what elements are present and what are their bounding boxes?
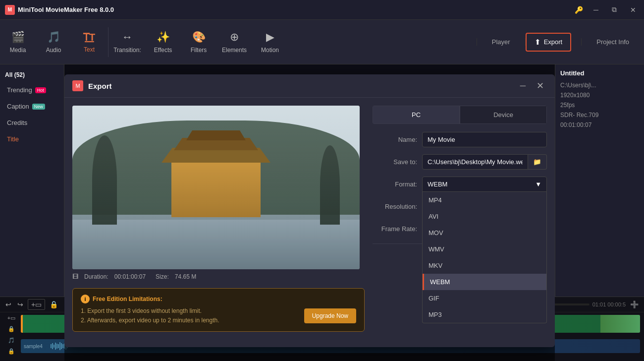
- project-path: C:\Users\bj\...: [560, 82, 639, 89]
- effects-icon: ✨: [157, 31, 170, 44]
- tab-pc[interactable]: PC: [373, 106, 460, 124]
- format-dropdown: WEBM ▼ MP4 AVI MOV WMV MKV WEBM: [422, 177, 547, 192]
- project-info-label[interactable]: Project Info: [581, 38, 644, 46]
- toolbar-separator: [108, 27, 108, 57]
- modal-icon: M: [72, 80, 83, 91]
- warning-text: 1. Export the first 3 videos without len…: [81, 306, 219, 325]
- frame-rate-label: Frame Rate:: [373, 225, 417, 233]
- format-option-mkv[interactable]: MKV: [423, 257, 546, 274]
- zoom-out-button[interactable]: ➕: [629, 299, 640, 310]
- key-icon[interactable]: 🔑: [575, 6, 583, 14]
- toolbar-item-elements[interactable]: ⊕ Elements: [216, 20, 252, 64]
- name-input[interactable]: [422, 132, 547, 147]
- sidebar-item-caption[interactable]: Caption New: [0, 99, 64, 114]
- modal-body: 🎞 Duration: 00:01:00:07 Size: 74.65 M i …: [64, 98, 555, 340]
- format-dropdown-list: MP4 AVI MOV WMV MKV WEBM GIF MP3: [422, 192, 547, 323]
- caption-label: Caption: [7, 103, 29, 110]
- save-to-row: Save to: 📁: [373, 154, 547, 170]
- format-option-avi[interactable]: AVI: [423, 208, 546, 225]
- save-to-field-group: 📁: [422, 154, 547, 170]
- export-modal: M Export ─ ✕: [64, 74, 555, 347]
- format-option-mov[interactable]: MOV: [423, 225, 546, 241]
- add-video-button[interactable]: +▭: [6, 313, 17, 323]
- timecode-right: 01:01 00:00:5: [592, 301, 626, 307]
- video-clip-end: [600, 315, 640, 333]
- playhead: [21, 315, 23, 333]
- audio-controls-left: 🎵 🔒: [4, 336, 19, 356]
- project-title-value: Untitled: [560, 69, 639, 77]
- topbar-icons: 🔑 ─ ⧉ ✕: [575, 5, 639, 14]
- undo-button[interactable]: ↩: [4, 299, 13, 310]
- redo-button[interactable]: ↪: [16, 299, 25, 310]
- free-edition-warning: i Free Edition Limitations: 1. Export th…: [72, 288, 365, 332]
- format-option-mp3[interactable]: MP3: [423, 306, 546, 323]
- modal-title: Export: [88, 82, 512, 90]
- minimize-button[interactable]: ─: [590, 6, 601, 14]
- save-to-label: Save to:: [373, 158, 417, 166]
- app-title: MiniTool MovieMaker Free 8.0.0: [18, 6, 114, 13]
- size-label: Size:: [156, 273, 169, 280]
- app-logo: M MiniTool MovieMaker Free 8.0.0: [5, 5, 114, 15]
- trending-badge: Hot: [35, 87, 46, 93]
- modal-close-button[interactable]: ✕: [534, 80, 547, 91]
- tab-bar: PC Device: [373, 106, 547, 124]
- format-dropdown-selected[interactable]: WEBM ▼: [422, 177, 547, 192]
- toolbar-item-text[interactable]: T͟T Text: [71, 20, 107, 64]
- warning-content: 1. Export the first 3 videos without len…: [81, 306, 356, 325]
- filters-icon: 🎨: [192, 31, 206, 44]
- add-audio-button[interactable]: 🎵: [6, 336, 16, 345]
- toolbar-item-audio[interactable]: 🎵 Audio: [36, 20, 71, 64]
- format-option-webm[interactable]: WEBM: [423, 274, 546, 290]
- sidebar-item-title[interactable]: Title: [0, 131, 64, 147]
- upgrade-now-button[interactable]: Upgrade Now: [304, 308, 356, 323]
- toolbar-item-media[interactable]: 🎬 Media: [0, 20, 36, 64]
- add-track-button[interactable]: +▭: [28, 299, 45, 310]
- warning-title: i Free Edition Limitations:: [81, 295, 356, 303]
- format-label: Format:: [373, 180, 417, 188]
- title-label: Title: [7, 135, 19, 143]
- toolbar: 🎬 Media 🎵 Audio T͟T Text ↔ Transition: ✨…: [0, 20, 644, 64]
- tab-device[interactable]: Device: [460, 106, 547, 124]
- modal-minimize-button[interactable]: ─: [517, 81, 529, 90]
- duration-value: 00:01:00:07: [114, 273, 146, 280]
- temple-scene: [72, 106, 360, 269]
- size-value: 74.65 M: [175, 273, 196, 280]
- credits-label: Credits: [7, 119, 27, 126]
- name-row: Name:: [373, 132, 547, 147]
- chevron-down-icon: ▼: [535, 180, 541, 188]
- warning-icon: i: [81, 295, 90, 303]
- lock-video-button[interactable]: 🔒: [6, 324, 16, 334]
- project-fps: 25fps: [560, 102, 639, 109]
- motion-icon: ▶: [266, 31, 274, 44]
- lock-audio-button[interactable]: 🔒: [6, 347, 16, 356]
- toolbar-item-motion[interactable]: ▶ Motion: [252, 20, 288, 64]
- audio-icon: 🎵: [47, 31, 60, 44]
- browse-button[interactable]: 📁: [528, 154, 547, 170]
- resolution-label: Resolution:: [373, 203, 417, 210]
- sidebar-item-credits[interactable]: Credits: [0, 115, 64, 130]
- modal-header: M Export ─ ✕: [64, 74, 555, 98]
- format-option-wmv[interactable]: WMV: [423, 241, 546, 257]
- snow-overlay: [72, 106, 360, 269]
- sidebar-item-trending[interactable]: Trending Hot: [0, 82, 64, 98]
- export-button[interactable]: ⬆ Export: [526, 33, 572, 52]
- export-icon: ⬆: [535, 38, 541, 47]
- app-icon: M: [5, 5, 15, 15]
- trending-label: Trending: [7, 86, 32, 94]
- format-option-mp4[interactable]: MP4: [423, 192, 546, 208]
- lock-button[interactable]: 🔒: [48, 299, 59, 310]
- toolbar-item-filters[interactable]: 🎨 Filters: [181, 20, 216, 64]
- project-resolution: 1920x1080: [560, 92, 639, 99]
- format-option-gif[interactable]: GIF: [423, 290, 546, 306]
- topbar: M MiniTool MovieMaker Free 8.0.0 🔑 ─ ⧉ ✕: [0, 0, 644, 20]
- video-preview: [72, 106, 360, 269]
- close-button[interactable]: ✕: [627, 6, 639, 14]
- restore-button[interactable]: ⧉: [609, 5, 620, 14]
- save-to-input[interactable]: [422, 154, 528, 170]
- modal-video-section: 🎞 Duration: 00:01:00:07 Size: 74.65 M i …: [72, 106, 365, 332]
- transition-icon: ↔: [122, 31, 133, 44]
- toolbar-item-transition[interactable]: ↔ Transition:: [109, 20, 145, 64]
- elements-icon: ⊕: [230, 31, 239, 44]
- player-label: Player: [477, 38, 526, 46]
- toolbar-item-effects[interactable]: ✨ Effects: [145, 20, 181, 64]
